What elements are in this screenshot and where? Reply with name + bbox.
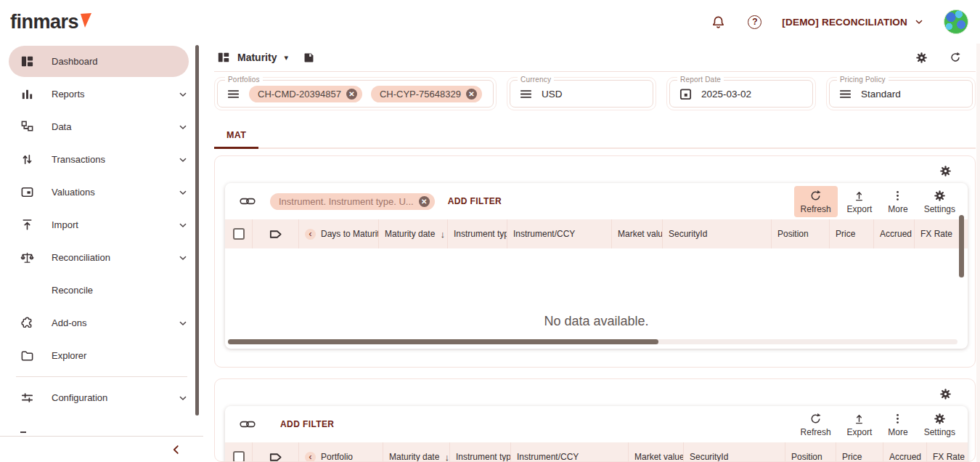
horizontal-scrollbar-thumb[interactable] — [228, 339, 658, 344]
column-header-position[interactable]: Position — [772, 219, 830, 248]
sidebar-collapse-button[interactable] — [170, 443, 183, 456]
settings-button[interactable]: Settings — [918, 409, 962, 440]
upload-icon — [20, 218, 34, 232]
sidebar-item-configuration[interactable]: Configuration — [0, 381, 203, 414]
select-all-checkbox[interactable] — [233, 228, 245, 240]
export-button[interactable]: Export — [841, 409, 879, 440]
column-header-market-value[interactable]: Market value — [612, 219, 663, 248]
page-scrollbar-track[interactable] — [976, 44, 980, 462]
more-button[interactable]: More — [881, 186, 914, 217]
sidebar-item-reports[interactable]: Reports — [0, 78, 203, 110]
user-avatar[interactable] — [944, 9, 968, 34]
grid-actions: Refresh Export More Settings — [794, 409, 962, 440]
pricing-policy-field[interactable]: Pricing Policy Standard — [829, 80, 973, 108]
tag-column-header[interactable] — [253, 219, 299, 248]
sidebar-item-label: Import — [52, 219, 78, 230]
currency-field[interactable]: Currency USD — [510, 80, 653, 108]
puzzle-icon — [20, 316, 34, 330]
column-header-price[interactable]: Price — [830, 219, 874, 248]
sidebar-item-label: Reconciliation — [52, 252, 110, 263]
report-date-value: 2025-03-02 — [701, 89, 751, 100]
column-header-days-to-maturity[interactable]: ‹ Days to Maturity — [299, 219, 379, 248]
sidebar-item-import[interactable]: Import — [0, 208, 203, 241]
menu-icon[interactable] — [226, 87, 240, 101]
sidebar-item-label: Reports — [52, 89, 85, 100]
refresh-button[interactable]: Refresh — [794, 186, 838, 217]
column-header-instrument-ccy[interactable]: Instrument/CCY — [507, 219, 612, 248]
notifications-button[interactable] — [709, 13, 727, 31]
sidebar-item-data[interactable]: Data — [0, 110, 203, 143]
select-all-checkbox[interactable] — [233, 451, 245, 462]
horizontal-scrollbar[interactable] — [228, 339, 957, 344]
column-header-market-value[interactable]: Market value — [629, 442, 684, 462]
panel-settings-button[interactable] — [938, 163, 953, 179]
refresh-label: Refresh — [801, 204, 831, 214]
link-filters-button[interactable] — [238, 416, 257, 433]
sidebar-item-reconcile[interactable]: Reconcile — [0, 274, 203, 307]
menu-icon[interactable] — [519, 87, 533, 101]
select-all-cell — [225, 442, 253, 462]
settings-button[interactable]: Settings — [918, 186, 962, 217]
caret-down-icon: ▾ — [284, 53, 288, 62]
group-collapse-icon[interactable]: ‹ — [305, 229, 316, 240]
gear-icon — [934, 190, 946, 202]
refresh-button[interactable]: Refresh — [794, 409, 838, 440]
save-layout-button[interactable] — [301, 50, 317, 65]
sidebar-item-dashboard[interactable]: Dashboard — [0, 45, 203, 78]
export-label: Export — [847, 204, 873, 214]
add-filter-button[interactable]: ADD FILTER — [280, 419, 334, 429]
column-header-instrument-type[interactable]: Instrument type — [450, 442, 511, 462]
page-refresh-button[interactable] — [948, 50, 963, 65]
active-filter-chip[interactable]: Instrument. Instrument type. U... ✕ — [270, 193, 435, 210]
report-date-field[interactable]: Report Date 2025-03-02 — [669, 80, 813, 108]
column-header-accrued[interactable]: Accrued — [874, 219, 915, 248]
column-header-instrument-type[interactable]: Instrument type — [448, 219, 507, 248]
sidebar-item-add-ons[interactable]: Add-ons — [0, 307, 203, 339]
remove-chip-icon[interactable]: ✕ — [346, 89, 357, 100]
column-header-fx-rate[interactable]: FX Rate — [927, 442, 968, 462]
remove-filter-icon[interactable]: ✕ — [419, 196, 430, 207]
report-filters: Portfolios CH-CMD-20394857 ✕ CH-CYP-7564… — [214, 72, 976, 116]
column-header-maturity-date[interactable]: Maturity date ↓ — [379, 219, 448, 248]
sidebar-scrollbar[interactable] — [195, 45, 199, 416]
tag-column-header[interactable] — [253, 442, 299, 462]
menu-icon[interactable] — [838, 87, 852, 101]
panel-settings-button[interactable] — [938, 386, 953, 402]
column-header-securityid[interactable]: SecurityId — [684, 442, 785, 462]
workspace-selector[interactable]: [DEMO] RECONCILIATION — [782, 16, 925, 28]
link-filters-button[interactable] — [238, 192, 257, 210]
portfolios-field[interactable]: Portfolios CH-CMD-20394857 ✕ CH-CYP-7564… — [217, 80, 494, 108]
column-header-price[interactable]: Price — [836, 442, 883, 462]
chevron-left-icon — [170, 443, 183, 456]
calendar-icon[interactable] — [679, 87, 693, 101]
add-filter-button[interactable]: ADD FILTER — [448, 196, 502, 206]
portfolio-chip[interactable]: CH-CMD-20394857 ✕ — [249, 86, 362, 102]
help-button[interactable]: ? — [746, 14, 763, 31]
vertical-scrollbar-thumb[interactable] — [959, 215, 964, 277]
sidebar-item-explorer[interactable]: Explorer — [0, 339, 203, 372]
layout-selector[interactable]: Maturity ▾ — [217, 51, 288, 64]
tab-mat[interactable]: MAT — [214, 123, 258, 149]
column-header-position[interactable]: Position — [785, 442, 836, 462]
tag-icon — [269, 450, 282, 462]
column-header-instrument-ccy[interactable]: Instrument/CCY — [511, 442, 629, 462]
sidebar-item-transactions[interactable]: Transactions — [0, 143, 203, 176]
export-button[interactable]: Export — [841, 186, 879, 217]
sort-desc-icon: ↓ — [440, 229, 445, 240]
sidebar-item-valuations[interactable]: Valuations — [0, 176, 203, 208]
refresh-icon — [809, 413, 822, 425]
more-button[interactable]: More — [881, 409, 914, 440]
more-label: More — [888, 204, 907, 214]
remove-chip-icon[interactable]: ✕ — [466, 89, 477, 100]
page-settings-button[interactable] — [914, 50, 929, 65]
group-collapse-icon[interactable]: ‹ — [305, 452, 316, 462]
column-header-portfolio[interactable]: ‹ Portfolio — [299, 442, 383, 462]
currency-field-label: Currency — [518, 76, 554, 84]
gear-icon — [939, 388, 952, 400]
sidebar-item-reconciliation[interactable]: Reconciliation — [0, 241, 203, 274]
column-header-securityid[interactable]: SecurityId — [663, 219, 772, 248]
column-header-accrued[interactable]: Accrued — [883, 442, 927, 462]
chevron-down-icon — [177, 154, 189, 166]
column-header-maturity-date[interactable]: Maturity date ↓ — [383, 442, 450, 462]
portfolio-chip[interactable]: CH-CYP-75648329 ✕ — [371, 86, 482, 102]
